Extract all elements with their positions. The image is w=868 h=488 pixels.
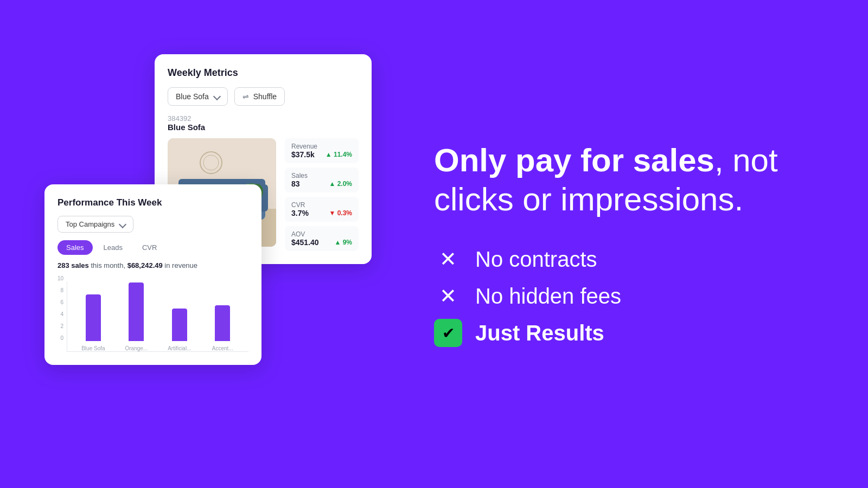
shuffle-button[interactable]: ⇌ Shuffle bbox=[234, 87, 285, 106]
feature-text-contracts: No contracts bbox=[475, 247, 597, 272]
metrics-list: Revenue $37.5k ▲ 11.4% Sales 83 ▲ 2.0% C… bbox=[285, 138, 359, 251]
product-id: 384392 bbox=[168, 114, 359, 123]
check-icon-results: ✔ bbox=[434, 319, 462, 347]
metric-sales-value: 83 bbox=[291, 179, 300, 188]
campaigns-dropdown-label: Top Campaigns bbox=[66, 220, 114, 228]
tab-leads[interactable]: Leads bbox=[95, 240, 131, 255]
headline: Only pay for sales, not clicks or impres… bbox=[434, 141, 825, 219]
headline-bold: Only pay for sales bbox=[434, 142, 714, 178]
features-list: ✕ No contracts ✕ No hidden fees ✔ Just R… bbox=[434, 245, 825, 347]
bar-label-accent: Accent... bbox=[212, 345, 233, 351]
chart-bars-area: Blue Sofa Orange... Artificial... Accent… bbox=[67, 281, 248, 352]
bar-group-artificial: Artificial... bbox=[158, 309, 201, 351]
performance-title: Performance This Week bbox=[58, 197, 248, 208]
chevron-down-icon bbox=[213, 93, 221, 100]
y-label-4: 4 bbox=[58, 312, 63, 317]
metric-revenue-change: ▲ 11.4% bbox=[326, 151, 352, 158]
metric-aov-label: AOV bbox=[291, 230, 352, 238]
product-dropdown[interactable]: Blue Sofa bbox=[168, 87, 228, 106]
metric-sales: Sales 83 ▲ 2.0% bbox=[285, 168, 359, 192]
bar-group-accent: Accent... bbox=[201, 305, 244, 351]
feature-text-fees: No hidden fees bbox=[475, 284, 621, 309]
bar-group-orange: Orange... bbox=[115, 282, 158, 351]
y-label-0: 0 bbox=[58, 336, 63, 341]
x-icon-contracts: ✕ bbox=[434, 245, 462, 273]
y-label-6: 6 bbox=[58, 300, 63, 305]
tab-cvr[interactable]: CVR bbox=[133, 240, 165, 255]
tab-sales[interactable]: Sales bbox=[58, 240, 93, 255]
metric-revenue-label: Revenue bbox=[291, 143, 352, 150]
metric-revenue: Revenue $37.5k ▲ 11.4% bbox=[285, 138, 359, 163]
bar-chart: 10 8 6 4 2 0 Blue Sofa Orange... Artific… bbox=[58, 276, 248, 352]
bar-label-orange: Orange... bbox=[125, 345, 148, 351]
feature-text-results: Just Results bbox=[475, 321, 604, 345]
bar-label-artificial: Artificial... bbox=[168, 345, 191, 351]
marketing-section: Only pay for sales, not clicks or impres… bbox=[391, 0, 868, 488]
metric-sales-change: ▲ 2.0% bbox=[329, 180, 352, 188]
product-info: 384392 Blue Sofa bbox=[168, 114, 359, 132]
summary-revenue: $68,242.49 bbox=[127, 261, 163, 269]
metric-cvr-label: CVR bbox=[291, 201, 352, 209]
sales-summary: 283 sales this month, $68,242.49 in reve… bbox=[58, 261, 248, 269]
metric-cvr: CVR 3.7% ▼ 0.3% bbox=[285, 197, 359, 222]
metric-sales-label: Sales bbox=[291, 172, 352, 179]
y-axis: 10 8 6 4 2 0 bbox=[58, 276, 63, 341]
y-label-8: 8 bbox=[58, 288, 63, 293]
feature-no-contracts: ✕ No contracts bbox=[434, 245, 825, 273]
metric-aov-value: $451.40 bbox=[291, 238, 319, 247]
y-label-10: 10 bbox=[58, 276, 63, 281]
dropdown-label: Blue Sofa bbox=[176, 92, 209, 101]
performance-card: Performance This Week Top Campaigns Sale… bbox=[44, 184, 261, 365]
chevron-down-icon bbox=[119, 220, 126, 228]
weekly-metrics-title: Weekly Metrics bbox=[168, 67, 359, 79]
campaigns-dropdown[interactable]: Top Campaigns bbox=[58, 216, 133, 233]
bar-artificial bbox=[172, 309, 187, 341]
feature-just-results: ✔ Just Results bbox=[434, 319, 825, 347]
product-name: Blue Sofa bbox=[168, 123, 359, 132]
summary-suffix: in revenue bbox=[163, 261, 197, 269]
bar-orange bbox=[129, 282, 144, 341]
shuffle-icon: ⇌ bbox=[242, 92, 249, 101]
bar-blue-sofa bbox=[86, 294, 101, 341]
x-icon-fees: ✕ bbox=[434, 282, 462, 310]
shuffle-label: Shuffle bbox=[253, 92, 277, 101]
metric-aov: AOV $451.40 ▲ 9% bbox=[285, 226, 359, 251]
metric-cvr-value: 3.7% bbox=[291, 209, 309, 217]
metric-revenue-value: $37.5k bbox=[291, 150, 315, 159]
summary-text: this month, bbox=[89, 261, 127, 269]
bar-group-blue-sofa: Blue Sofa bbox=[72, 294, 114, 351]
bar-label-blue-sofa: Blue Sofa bbox=[81, 345, 105, 351]
summary-sales: 283 sales bbox=[58, 261, 89, 269]
feature-no-hidden-fees: ✕ No hidden fees bbox=[434, 282, 825, 310]
bar-accent bbox=[215, 305, 230, 341]
y-label-2: 2 bbox=[58, 324, 63, 329]
metric-aov-change: ▲ 9% bbox=[334, 239, 352, 246]
metric-cvr-change: ▼ 0.3% bbox=[329, 209, 352, 217]
tabs-container: Sales Leads CVR bbox=[58, 240, 248, 255]
